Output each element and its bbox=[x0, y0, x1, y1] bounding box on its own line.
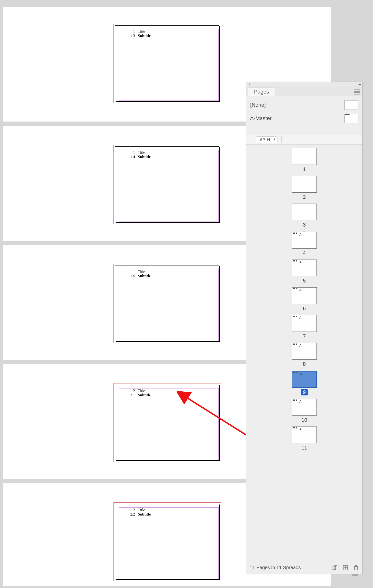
number-frame[interactable]: 1 1.4 bbox=[119, 150, 136, 162]
page-number-label: 3 bbox=[303, 222, 306, 228]
page-number-label: 10 bbox=[301, 417, 307, 423]
subtitle-text: Subtitle bbox=[138, 274, 170, 278]
title-frame[interactable]: Title Subtitle bbox=[137, 269, 170, 281]
master-label: [None] bbox=[250, 102, 266, 108]
masters-section[interactable]: [None] A-Master bbox=[246, 96, 362, 135]
page-thumbnail[interactable] bbox=[292, 148, 317, 165]
mini-content-icon bbox=[293, 260, 297, 262]
page-thumbnail[interactable]: A bbox=[292, 399, 317, 416]
page[interactable]: 1 1.4 Title Subtitle bbox=[115, 147, 219, 222]
subtitle-text: Subtitle bbox=[138, 34, 170, 38]
new-page-icon[interactable] bbox=[343, 565, 348, 570]
collapse-icon[interactable]: ◂◂ bbox=[358, 83, 360, 86]
tab-pages[interactable]: ◇ Pages bbox=[248, 88, 275, 96]
page-number-label: 11 bbox=[301, 445, 307, 451]
panel-titlebar[interactable]: × ◂◂ bbox=[246, 82, 362, 87]
master-letter: A bbox=[299, 232, 301, 236]
page-thumb-item[interactable]: ▼A4 bbox=[246, 231, 362, 256]
master-letter: A bbox=[299, 260, 301, 264]
page-thumbnail[interactable]: A bbox=[292, 287, 317, 304]
title-text: Title bbox=[138, 508, 170, 512]
divider bbox=[281, 136, 282, 143]
master-letter: A bbox=[299, 399, 301, 403]
page-number-label: 1 bbox=[303, 166, 306, 172]
page-thumb-item[interactable]: ▼A9 bbox=[246, 370, 362, 395]
subsection-number: 1.3 bbox=[119, 34, 135, 38]
number-frame[interactable]: 1 1.5 bbox=[119, 269, 136, 281]
master-letter: A bbox=[299, 427, 301, 431]
mini-content-icon bbox=[293, 316, 297, 317]
pages-panel[interactable]: × ◂◂ ◇ Pages [None] A-Master ≣ A3 H ▼123… bbox=[246, 82, 362, 574]
page-thumbnail[interactable]: A bbox=[292, 427, 317, 443]
mini-content-icon bbox=[293, 232, 297, 234]
page[interactable]: 1 1.3 Title Subtitle bbox=[115, 25, 219, 101]
page[interactable]: 2 2.2 Title Subtitle bbox=[115, 504, 219, 579]
master-item-a[interactable]: A-Master bbox=[250, 112, 358, 125]
page[interactable]: 2 2.1 Title Subtitle bbox=[115, 385, 219, 460]
title-frame[interactable]: Title Subtitle bbox=[137, 388, 170, 400]
section-number: 1 bbox=[119, 270, 135, 274]
page-thumbnail[interactable]: A bbox=[292, 343, 317, 359]
master-label: A-Master bbox=[250, 115, 272, 122]
page-number-label: 9 bbox=[301, 389, 308, 395]
edit-page-size-icon[interactable] bbox=[332, 565, 338, 570]
page-thumbnail[interactable]: A bbox=[292, 315, 317, 332]
master-letter: A bbox=[299, 372, 302, 376]
page-number-label: 7 bbox=[303, 333, 306, 339]
title-frame[interactable]: Title Subtitle bbox=[137, 150, 170, 162]
svg-rect-7 bbox=[355, 567, 357, 570]
panel-resize-grip-icon[interactable] bbox=[348, 574, 362, 576]
master-thumb[interactable] bbox=[344, 114, 358, 123]
page-thumbnail[interactable] bbox=[292, 176, 317, 193]
page-thumb-item[interactable]: A8 bbox=[246, 343, 362, 367]
subtitle-text: Subtitle bbox=[138, 512, 170, 516]
panel-tab-row: ◇ Pages bbox=[246, 87, 362, 96]
delete-page-icon[interactable] bbox=[353, 565, 359, 570]
subsection-number: 2.1 bbox=[119, 393, 135, 397]
page-thumb-item[interactable]: 2 bbox=[246, 176, 362, 200]
page-thumbnail[interactable] bbox=[292, 204, 317, 220]
page-thumb-item[interactable]: 3 bbox=[246, 204, 362, 228]
subsection-number: 1.4 bbox=[119, 155, 135, 159]
mini-content-icon bbox=[293, 372, 297, 373]
master-letter: A bbox=[299, 344, 301, 347]
number-frame[interactable]: 2 2.1 bbox=[119, 388, 136, 400]
pages-list[interactable]: ▼123▼A4A5A6A7A8▼A9A10A11 bbox=[246, 145, 362, 517]
page-thumbnail[interactable]: A bbox=[292, 232, 317, 249]
page-thumb-item[interactable]: A7 bbox=[246, 315, 362, 339]
close-icon[interactable]: × bbox=[248, 83, 252, 86]
page-thumb-item[interactable]: ▼1 bbox=[246, 147, 362, 172]
title-text: Title bbox=[138, 29, 170, 34]
mini-content-icon bbox=[293, 344, 297, 345]
section-number: 1 bbox=[119, 29, 135, 34]
page-size-bar: ≣ A3 H bbox=[246, 135, 362, 145]
title-text: Title bbox=[138, 150, 170, 155]
subtitle-text: Subtitle bbox=[138, 393, 170, 397]
title-text: Title bbox=[138, 389, 170, 393]
page-size-dropdown[interactable]: A3 H bbox=[256, 136, 277, 143]
mini-content-icon bbox=[293, 288, 297, 289]
page-thumb-item[interactable]: A6 bbox=[246, 287, 362, 312]
master-thumb[interactable] bbox=[344, 100, 358, 110]
subtitle-text: Subtitle bbox=[138, 155, 170, 159]
panel-menu-icon[interactable] bbox=[354, 89, 360, 95]
page-thumbnail[interactable]: A bbox=[292, 371, 317, 388]
page-thumb-item[interactable]: A10 bbox=[246, 399, 362, 423]
title-frame[interactable]: Title Subtitle bbox=[137, 29, 170, 41]
section-number: 2 bbox=[119, 508, 135, 512]
section-number: 1 bbox=[119, 150, 135, 155]
page-number-label: 2 bbox=[303, 194, 306, 200]
page-thumbnail[interactable]: A bbox=[292, 260, 317, 276]
master-item-none[interactable]: [None] bbox=[250, 98, 358, 112]
number-frame[interactable]: 2 2.2 bbox=[119, 507, 136, 519]
page-number-label: 6 bbox=[303, 305, 306, 312]
title-frame[interactable]: Title Subtitle bbox=[137, 507, 170, 519]
number-frame[interactable]: 1 1.3 bbox=[119, 29, 136, 41]
page-number-label: 8 bbox=[303, 361, 306, 367]
expand-icon: ◇ bbox=[251, 91, 252, 93]
page-thumb-item[interactable]: A11 bbox=[246, 427, 362, 451]
title-text: Title bbox=[138, 270, 170, 274]
page[interactable]: 1 1.5 Title Subtitle bbox=[115, 265, 219, 341]
page-thumb-item[interactable]: A5 bbox=[246, 260, 362, 284]
resize-grip-icon[interactable]: ≣ bbox=[249, 137, 252, 142]
